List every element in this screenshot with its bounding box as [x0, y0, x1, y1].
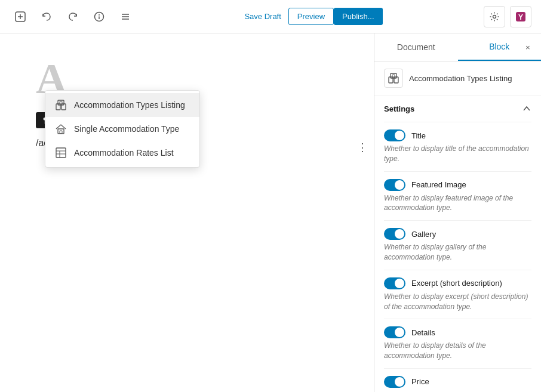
toolbar-left — [10, 6, 136, 27]
block-info-name: Accommodation Types Listing — [409, 74, 512, 83]
block-options-button[interactable]: ⋮ — [357, 141, 368, 154]
toggle-featured-image[interactable] — [384, 179, 405, 191]
setting-row-title: Title Whether to display title of the ac… — [384, 122, 531, 172]
single-accommodation-icon — [55, 123, 67, 135]
yoast-icon: Y — [515, 11, 527, 23]
redo-button[interactable] — [62, 6, 84, 27]
setting-desc-title: Whether to display title of the accommod… — [384, 144, 531, 164]
settings-title: Settings — [384, 104, 414, 113]
dropdown-item-label: Single Accommodation Type — [74, 124, 179, 134]
dropdown-item-label: Accommodation Types Listing — [74, 100, 185, 110]
settings-header: Settings — [384, 95, 531, 122]
table-icon — [55, 147, 67, 159]
setting-desc-gallery: Whether to display gallery of the accomm… — [384, 242, 531, 263]
dropdown-item-accommodation-rates-list[interactable]: Accommodation Rates List — [45, 141, 199, 165]
accommodation-block-icon — [388, 72, 399, 84]
accommodation-types-listing-icon — [55, 99, 67, 111]
save-draft-button[interactable]: Save Draft — [237, 8, 288, 25]
setting-desc-details: Whether to display details of the accomm… — [384, 341, 531, 361]
house-icon — [55, 123, 67, 135]
toolbar-right: Y — [484, 6, 531, 27]
toggle-title[interactable] — [384, 129, 405, 141]
editor-area: A ¶ /accom ⋮ — [0, 33, 374, 392]
svg-text:Y: Y — [518, 13, 523, 21]
list-view-button[interactable] — [115, 6, 136, 27]
svg-point-4 — [99, 14, 100, 16]
setting-row-top: Excerpt (short description) — [384, 277, 531, 289]
add-block-button[interactable] — [10, 6, 31, 27]
building-grid-icon — [55, 99, 67, 111]
yoast-button[interactable]: Y — [510, 6, 531, 27]
svg-rect-24 — [391, 73, 396, 78]
svg-rect-25 — [392, 75, 395, 77]
toggle-price[interactable] — [384, 376, 405, 388]
setting-row-top: Price — [384, 376, 531, 388]
toolbar: Save Draft Preview Publish... Y — [0, 0, 541, 33]
setting-row-top: Featured Image — [384, 179, 531, 191]
dropdown-item-label: Accommodation Rates List — [74, 148, 174, 158]
main-area: A ¶ /accom ⋮ — [0, 33, 541, 392]
undo-button[interactable] — [36, 6, 57, 27]
block-info-icon — [384, 69, 403, 88]
setting-label-title: Title — [411, 131, 426, 140]
setting-desc-featured-image: Whether to display featured image of the… — [384, 193, 531, 214]
tab-document[interactable]: Document — [374, 33, 458, 61]
setting-row-gallery: Gallery Whether to display gallery of th… — [384, 221, 531, 270]
svg-point-9 — [493, 15, 496, 18]
setting-row-excerpt: Excerpt (short description) Whether to d… — [384, 270, 531, 320]
redo-icon — [67, 11, 78, 22]
setting-desc-excerpt: Whether to display excerpt (short descri… — [384, 292, 531, 312]
svg-rect-14 — [58, 100, 64, 105]
add-icon — [15, 11, 26, 22]
sidebar: Document Block × Accommodation Types Lis… — [374, 33, 541, 392]
setting-label-gallery: Gallery — [411, 230, 436, 239]
setting-label-details: Details — [411, 328, 435, 337]
info-button[interactable] — [88, 6, 110, 27]
setting-label-price: Price — [411, 377, 429, 386]
list-icon — [120, 11, 131, 22]
setting-label-featured-image: Featured Image — [411, 180, 466, 189]
svg-rect-17 — [60, 131, 62, 134]
chevron-up-icon — [522, 104, 531, 113]
setting-row-price: Price Whether to display price of the ac… — [384, 369, 531, 392]
setting-label-excerpt: Excerpt (short description) — [411, 279, 502, 288]
toggle-excerpt[interactable] — [384, 277, 405, 289]
info-icon — [94, 11, 104, 22]
setting-row-top: Details — [384, 326, 531, 338]
settings-section: Settings Title Whether to display title … — [374, 95, 541, 392]
toggle-gallery[interactable] — [384, 228, 405, 240]
publish-button[interactable]: Publish... — [334, 8, 382, 25]
block-search-dropdown: Accommodation Types Listing Single Accom… — [45, 90, 200, 168]
setting-row-top: Gallery — [384, 228, 531, 240]
svg-rect-15 — [60, 101, 62, 104]
setting-row-top: Title — [384, 129, 531, 141]
toolbar-center: Save Draft Preview Publish... — [141, 8, 479, 25]
dropdown-item-accommodation-types-listing[interactable]: Accommodation Types Listing — [45, 93, 199, 117]
rates-list-icon — [55, 147, 67, 159]
sidebar-tabs: Document Block × — [374, 33, 541, 61]
preview-button[interactable]: Preview — [288, 8, 334, 25]
dropdown-item-single-accommodation-type[interactable]: Single Accommodation Type — [45, 117, 199, 141]
undo-icon — [41, 11, 52, 22]
svg-rect-16 — [58, 129, 64, 134]
setting-row-featured-image: Featured Image Whether to display featur… — [384, 172, 531, 221]
block-info: Accommodation Types Listing — [374, 61, 541, 95]
svg-rect-18 — [56, 148, 66, 158]
settings-collapse-button[interactable] — [522, 104, 531, 113]
toggle-details[interactable] — [384, 326, 405, 338]
settings-button[interactable] — [484, 6, 505, 27]
gear-icon — [489, 11, 500, 22]
sidebar-close-button[interactable]: × — [517, 36, 539, 58]
setting-row-details: Details Whether to display details of th… — [384, 319, 531, 369]
